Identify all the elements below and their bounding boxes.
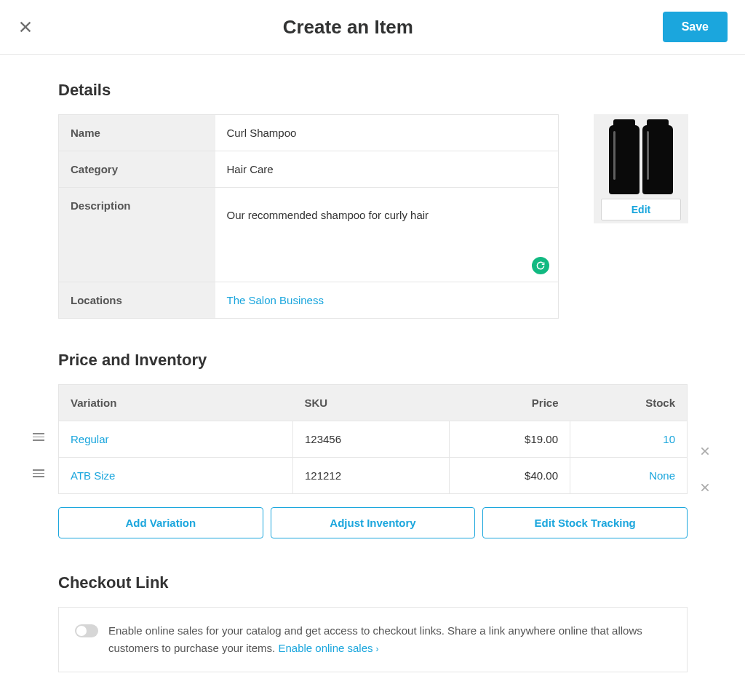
drag-handle-icon[interactable] <box>33 433 47 441</box>
label-description: Description <box>59 188 215 282</box>
checkout-heading: Checkout Link <box>58 573 710 592</box>
table-row: Regular 123456 $19.00 10 <box>59 421 688 458</box>
item-image <box>601 122 681 194</box>
price-inventory-section: Price and Inventory Variation SKU Price … <box>58 351 710 538</box>
grammarly-icon[interactable] <box>532 257 549 274</box>
adjust-inventory-button[interactable]: Adjust Inventory <box>271 507 476 538</box>
edit-image-button[interactable]: Edit <box>601 199 681 220</box>
variation-link[interactable]: ATB Size <box>71 469 115 482</box>
item-image-card: Edit <box>594 114 688 223</box>
variation-link[interactable]: Regular <box>71 433 109 445</box>
label-locations: Locations <box>59 282 215 319</box>
col-stock: Stock <box>570 385 688 421</box>
page-title: Create an Item <box>33 16 663 39</box>
add-variation-button[interactable]: Add Variation <box>58 507 263 538</box>
enable-online-sales-link[interactable]: Enable online sales› <box>278 642 378 654</box>
details-table: Name Category Description <box>58 114 559 319</box>
category-field[interactable] <box>227 163 547 175</box>
page-header: Create an Item Save <box>0 0 745 55</box>
delete-row-icon[interactable] <box>699 445 711 459</box>
col-variation: Variation <box>59 385 293 421</box>
checkout-box: Enable online sales for your catalog and… <box>58 607 688 672</box>
price-inventory-heading: Price and Inventory <box>58 351 710 370</box>
delete-row-icon[interactable] <box>699 482 711 496</box>
close-icon[interactable] <box>17 19 33 35</box>
col-sku: SKU <box>293 385 450 421</box>
checkout-text: Enable online sales for your catalog and… <box>108 622 671 657</box>
name-field[interactable] <box>227 127 547 139</box>
col-price: Price <box>450 385 570 421</box>
save-button[interactable]: Save <box>663 12 728 42</box>
variation-table: Variation SKU Price Stock Regular 123456… <box>58 384 688 494</box>
details-heading: Details <box>58 81 710 100</box>
sku-cell[interactable]: 121212 <box>293 458 450 494</box>
edit-stock-tracking-button[interactable]: Edit Stock Tracking <box>482 507 688 538</box>
online-sales-toggle[interactable] <box>75 624 98 637</box>
stock-link[interactable]: 10 <box>663 433 675 445</box>
details-section: Details Name Category Description <box>58 81 710 319</box>
description-field[interactable] <box>227 209 547 258</box>
locations-link[interactable]: The Salon Business <box>227 294 324 306</box>
drag-handle-icon[interactable] <box>33 469 47 477</box>
label-name: Name <box>59 115 215 151</box>
table-row: ATB Size 121212 $40.00 None <box>59 458 688 494</box>
label-category: Category <box>59 151 215 188</box>
price-cell[interactable]: $40.00 <box>450 458 570 494</box>
stock-link[interactable]: None <box>649 469 675 482</box>
price-cell[interactable]: $19.00 <box>450 421 570 458</box>
sku-cell[interactable]: 123456 <box>293 421 450 458</box>
checkout-section: Checkout Link Enable online sales for yo… <box>58 573 710 672</box>
chevron-right-icon: › <box>376 644 379 654</box>
